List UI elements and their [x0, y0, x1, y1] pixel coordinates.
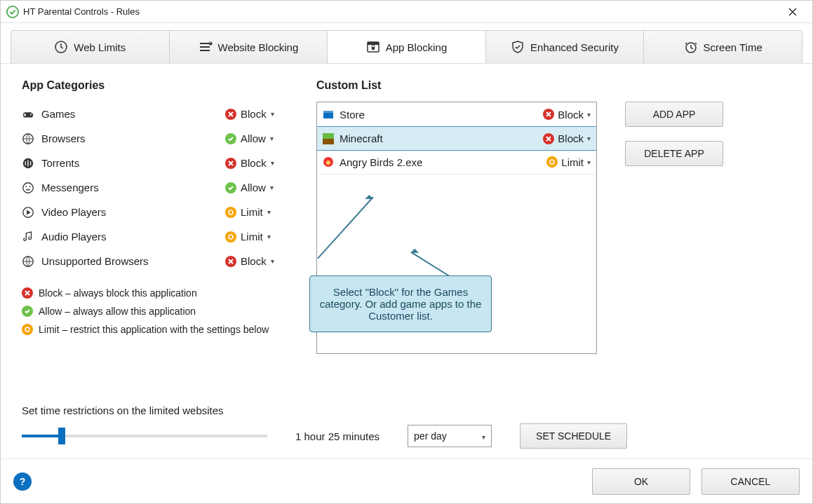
svg-point-28	[326, 161, 330, 165]
chevron-down-icon: ▾	[587, 135, 591, 142]
play-icon	[22, 206, 34, 219]
delete-app-button[interactable]: DELETE APP	[625, 141, 723, 166]
cancel-button[interactable]: CANCEL	[701, 468, 800, 495]
legend-text: Allow – always allow this application	[39, 306, 196, 317]
category-action-dropdown[interactable]: Block ▾	[225, 255, 288, 267]
svg-point-15	[23, 182, 33, 192]
tab-web-limits[interactable]: Web Limits	[11, 31, 170, 63]
action-text: Limit	[241, 206, 263, 218]
svg-point-29	[550, 160, 554, 164]
set-schedule-button[interactable]: SET SCHEDULE	[520, 423, 627, 449]
svg-point-12	[32, 113, 33, 114]
chevron-down-icon: ▾	[270, 135, 274, 142]
chevron-down-icon: ▾	[267, 208, 271, 216]
svg-rect-2	[200, 43, 210, 44]
slider-thumb[interactable]	[58, 428, 65, 444]
window-title: HT Parental Controls - Rules	[23, 6, 779, 17]
period-dropdown[interactable]: per day	[408, 425, 492, 447]
app-action-dropdown[interactable]: Block ▾	[543, 109, 591, 121]
gamepad-icon	[22, 108, 34, 121]
allow-icon	[225, 182, 236, 193]
time-slider[interactable]	[22, 435, 267, 437]
alarm-icon	[684, 40, 698, 54]
limit-icon	[225, 207, 236, 218]
action-text: Allow	[241, 132, 266, 144]
action-text: Block	[241, 157, 267, 169]
svg-rect-7	[368, 42, 379, 45]
tab-website-blocking[interactable]: Website Blocking	[170, 31, 328, 63]
tab-enhanced-security[interactable]: Enhanced Security	[486, 31, 645, 63]
torrent-icon	[22, 157, 34, 170]
chevron-down-icon: ▾	[267, 233, 271, 240]
tab-label: Web Limits	[74, 41, 126, 53]
chat-icon	[22, 182, 34, 194]
action-text: Limit	[561, 156, 584, 168]
block-icon	[22, 287, 33, 299]
category-label: Audio Players	[41, 231, 225, 243]
close-icon	[788, 8, 797, 16]
svg-point-19	[229, 210, 233, 214]
clock-icon	[54, 40, 68, 54]
svg-rect-3	[200, 46, 210, 48]
custom-list-item[interactable]: Angry Birds 2.exe Limit ▾	[317, 150, 596, 175]
categories-panel: App Categories Games Block ▾ Browsers Al…	[22, 79, 288, 400]
category-label: Unsupported Browsers	[41, 255, 225, 267]
category-action-dropdown[interactable]: Allow ▾	[225, 182, 288, 193]
legend-text: Block – always block this application	[39, 287, 197, 299]
limit-icon	[225, 231, 236, 243]
category-action-dropdown[interactable]: Limit ▾	[225, 206, 288, 218]
action-text: Block	[241, 108, 267, 120]
chevron-down-icon: ▾	[270, 184, 274, 191]
block-icon	[543, 109, 554, 120]
limit-icon	[22, 324, 33, 335]
action-text: Allow	[241, 182, 266, 193]
action-text: Block	[241, 255, 267, 267]
app-window: HT Parental Controls - Rules Web Limits …	[0, 0, 813, 504]
custom-list-item[interactable]: Store Block ▾	[317, 102, 596, 127]
tab-label: App Blocking	[386, 41, 448, 53]
svg-rect-8	[372, 47, 375, 50]
app-action-dropdown[interactable]: Limit ▾	[546, 156, 591, 168]
add-app-button[interactable]: ADD APP	[625, 102, 723, 127]
app-action-dropdown[interactable]: Block ▾	[543, 132, 591, 144]
period-value: per day	[414, 430, 447, 442]
category-action-dropdown[interactable]: Limit ▾	[225, 231, 288, 243]
footer: ? OK CANCEL	[1, 458, 812, 503]
category-row: Audio Players Limit ▾	[22, 224, 288, 249]
category-row: Unsupported Browsers Block ▾	[22, 249, 288, 273]
action-text: Block	[558, 109, 584, 121]
tab-screen-time[interactable]: Screen Time	[644, 31, 802, 63]
custom-list-title: Custom List	[316, 79, 597, 92]
chevron-down-icon	[482, 430, 485, 442]
category-action-dropdown[interactable]: Block ▾	[225, 108, 288, 120]
ok-button[interactable]: OK	[592, 468, 690, 495]
svg-point-11	[30, 114, 32, 116]
category-row: Messengers Allow ▾	[22, 175, 288, 200]
globe-icon	[22, 132, 34, 145]
help-button[interactable]: ?	[13, 472, 32, 491]
category-row: Torrents Block ▾	[22, 151, 288, 175]
svg-rect-4	[200, 50, 210, 51]
lock-window-icon	[366, 40, 380, 54]
custom-list-item[interactable]: Minecraft Block ▾	[316, 126, 597, 151]
tab-strip: Web Limits Website Blocking App Blocking…	[1, 23, 812, 64]
tab-app-blocking[interactable]: App Blocking	[328, 31, 486, 63]
category-label: Browsers	[41, 132, 225, 144]
globe-icon	[22, 255, 34, 268]
svg-point-17	[29, 186, 31, 187]
app-name: Minecraft	[340, 132, 537, 144]
tab-label: Enhanced Security	[530, 41, 619, 53]
category-row: Browsers Allow ▾	[22, 126, 288, 151]
custom-list-panel: Custom List Store Block ▾ Minecraft Bloc…	[316, 79, 597, 400]
time-restrictions: Set time restrictions on the limited web…	[22, 404, 791, 449]
close-button[interactable]	[779, 1, 807, 23]
action-text: Limit	[241, 231, 263, 243]
category-label: Messengers	[41, 182, 225, 193]
slider-label: Set time restrictions on the limited web…	[22, 404, 791, 416]
category-action-dropdown[interactable]: Block ▾	[225, 157, 288, 169]
svg-point-0	[7, 6, 18, 17]
app-name: Angry Birds 2.exe	[340, 156, 541, 168]
category-action-dropdown[interactable]: Allow ▾	[225, 132, 288, 144]
category-label: Games	[41, 108, 225, 120]
side-buttons: ADD APP DELETE APP	[625, 79, 791, 400]
